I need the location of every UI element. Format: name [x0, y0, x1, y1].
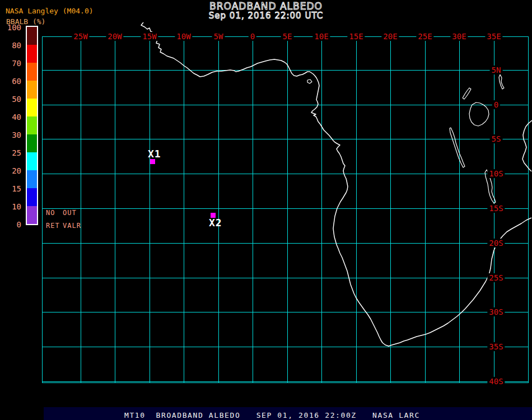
lake-outline [307, 80, 312, 83]
map-canvas: X1X2 [0, 0, 532, 420]
longitude-label: 15E [347, 32, 365, 41]
flag-out-label: OUT [63, 209, 77, 217]
site-marker [150, 159, 155, 164]
lake-outline [469, 102, 489, 126]
flag-ret-label: RET [46, 222, 60, 230]
longitude-label: 10W [175, 32, 192, 41]
longitude-label: 30E [450, 32, 468, 41]
flag-no-label: NO [46, 209, 55, 217]
site-marker-label: X2 [209, 217, 222, 228]
latitude-label: 0 [492, 100, 500, 109]
latitude-label: 20S [487, 239, 505, 248]
longitude-label: 35E [485, 32, 502, 41]
flag-valr-label: VALR [63, 222, 81, 230]
longitude-label: 0 [249, 32, 256, 41]
longitude-label: 10E [312, 32, 330, 41]
coastline [141, 22, 531, 346]
latitude-label: 15S [487, 204, 505, 213]
latitude-label: 40S [487, 377, 505, 386]
longitude-label: 5E [281, 32, 294, 41]
longitude-label: 20W [106, 32, 123, 41]
longitude-label: 25E [416, 32, 433, 41]
coastline [522, 120, 532, 171]
lake-outline [499, 74, 504, 89]
longitude-label: 5W [212, 32, 225, 41]
lake-outline [450, 128, 465, 167]
latitude-label: 5S [490, 134, 503, 143]
latitude-label: 5N [490, 66, 503, 74]
footer-caption: MT10 BROADBAND ALBEDO SEP 01, 2016 22:00… [124, 411, 420, 419]
latitude-label: 30S [487, 307, 505, 316]
longitude-label: 25W [72, 32, 89, 41]
latitude-label: 35S [487, 342, 505, 351]
albedo-plot-page: BROADBAND ALBEDO Sep 01, 2016 22:00 UTC … [0, 0, 532, 420]
longitude-label: 15W [141, 32, 158, 41]
latitude-label: 10S [487, 169, 505, 178]
latitude-label: 25S [487, 273, 505, 282]
longitude-label: 20E [381, 32, 399, 41]
site-marker-label: X1 [148, 148, 161, 160]
lake-outline [463, 88, 471, 99]
